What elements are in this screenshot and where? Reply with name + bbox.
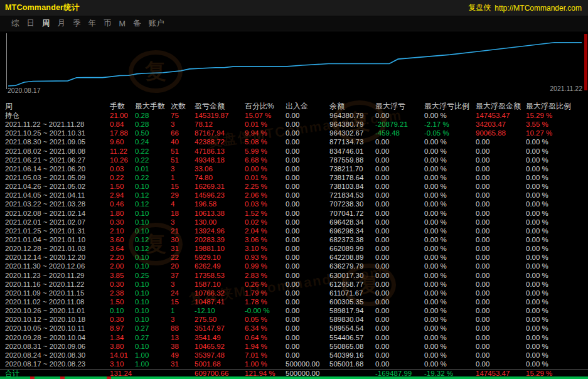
brand-url-link[interactable]: http://MTCommander.com (494, 4, 582, 13)
value-cell: 75 (171, 111, 195, 120)
value-cell: 18 (171, 209, 195, 218)
value-cell: 16269.31 (195, 182, 245, 191)
table-row[interactable]: 2020.11.16 ~ 2020.11.220.300.1031587.100… (0, 280, 588, 289)
table-row[interactable]: 2020.12.14 ~ 2020.12.202.200.10225929.10… (0, 253, 588, 262)
value-cell: 0.00 % (526, 342, 588, 351)
value-cell: 33.06 (195, 164, 245, 173)
table-row[interactable]: 2021.02.08 ~ 2021.02.141.800.101810613.3… (0, 209, 588, 218)
value-cell: 3.10 (110, 360, 135, 368)
value-cell: 3.06 % (245, 235, 286, 244)
menu-item-账户[interactable]: 账户 (148, 18, 164, 29)
value-cell: 0.00 % (526, 173, 588, 182)
value-cell: 0.00 (286, 306, 329, 315)
value-cell: 0.00 (286, 182, 329, 191)
period-cell: 2020.08.24 ~ 2020.08.30 (5, 351, 110, 360)
value-cell: 0.00 (286, 129, 329, 137)
value-cell: 0.00 (476, 137, 526, 146)
value-cell: -12.10 (195, 306, 245, 315)
value-cell: 0.22 (135, 173, 171, 182)
period-cell: 2020.09.28 ~ 2020.10.04 (5, 333, 110, 342)
table-row[interactable]: 2020.08.31 ~ 2020.09.063.800.103810465.9… (0, 342, 588, 351)
table-row[interactable]: 2021.08.02 ~ 2021.08.0811.220.225147186.… (0, 147, 588, 156)
value-cell: 0.00 (286, 156, 329, 164)
value-cell: 0.00 % (424, 244, 476, 253)
table-row[interactable]: 2021.03.22 ~ 2021.03.280.460.124196.580.… (0, 200, 588, 208)
value-cell: 0.00 (375, 218, 424, 227)
value-cell: 38 (171, 342, 195, 351)
table-row[interactable]: 2020.11.09 ~ 2020.11.152.380.102410766.3… (0, 289, 588, 297)
table-row[interactable]: 2021.08.30 ~ 2021.09.059.600.244042388.7… (0, 137, 588, 146)
period-cell: 2021.11.22 ~ 2021.11.28 (5, 120, 110, 129)
value-cell: 1.80 (110, 209, 135, 218)
table-row[interactable]: 2021.06.21 ~ 2021.06.2710.260.225149348.… (0, 156, 588, 164)
value-cell: 0.12 (135, 244, 171, 253)
value-cell: 0.00 (476, 271, 526, 280)
value-cell: 1587.10 (195, 280, 245, 289)
menu-item-备[interactable]: 备 (133, 18, 141, 29)
table-row[interactable]: 2020.08.17 ~ 2020.08.233.101.00315001.68… (0, 360, 588, 368)
value-cell: 9.94 % (245, 129, 286, 137)
value-cell: 74.80 (195, 173, 245, 182)
menu-item-综[interactable]: 综 (11, 18, 19, 29)
value-cell: -20879.21 (375, 120, 424, 129)
table-row[interactable]: 2020.11.30 ~ 2020.12.062.000.10206262.49… (0, 262, 588, 270)
value-cell: 0.28 (135, 111, 171, 120)
value-cell: 0.99 % (245, 262, 286, 270)
value-cell: 0.00 (286, 253, 329, 262)
column-header: 最大浮亏 (375, 102, 424, 111)
value-cell: 0.00 (476, 164, 526, 173)
table-row[interactable]: 持仓21.000.2875145319.8715.07 %0.00964380.… (0, 111, 588, 120)
table-body: 持仓21.000.2875145319.8715.07 %0.00964380.… (0, 111, 588, 369)
value-cell: 35147.97 (195, 324, 245, 333)
table-row[interactable]: 2020.08.24 ~ 2020.08.3014.011.004935397.… (0, 351, 588, 360)
table-row[interactable]: 2020.10.26 ~ 2020.11.010.100.101-12.10-0… (0, 306, 588, 315)
value-cell: 0.00 (375, 137, 424, 146)
table-row[interactable]: 2021.10.25 ~ 2021.10.3117.880.506687167.… (0, 129, 588, 137)
value-cell: 0.00 (375, 209, 424, 218)
equity-chart[interactable]: 2020.08.17 2021.11.22 (0, 31, 588, 94)
value-cell: 0.00 % (526, 137, 588, 146)
app-title: MTCommander统计 (5, 3, 80, 13)
table-row[interactable]: 2021.01.25 ~ 2021.01.312.100.102113924.9… (0, 227, 588, 235)
value-cell: 1.50 (110, 297, 135, 306)
table-row[interactable]: 2020.11.02 ~ 2020.11.081.500.101510487.4… (0, 297, 588, 306)
value-cell: 964380.79 (329, 120, 375, 129)
table-row[interactable]: 2021.04.05 ~ 2021.04.112.940.122914596.2… (0, 191, 588, 200)
table-row[interactable]: 2020.11.23 ~ 2020.11.293.850.253717358.5… (0, 271, 588, 280)
table-row[interactable]: 2020.10.12 ~ 2020.10.180.300.103275.500.… (0, 315, 588, 324)
value-cell: 0.00 % (424, 360, 476, 368)
chart-plot (6, 33, 583, 89)
column-header: 百分比% (245, 102, 286, 111)
value-cell: 10.27 % (526, 129, 588, 137)
table-row[interactable]: 2021.11.22 ~ 2021.11.280.840.28378.120.0… (0, 120, 588, 129)
table-row[interactable]: 2021.06.14 ~ 2021.06.200.030.01333.060.0… (0, 164, 588, 173)
value-cell: 6.34 % (245, 324, 286, 333)
table-row[interactable]: 2021.05.03 ~ 2021.05.090.220.22174.800.0… (0, 173, 588, 182)
table-row[interactable]: 2021.01.04 ~ 2021.01.103.600.123020283.3… (0, 235, 588, 244)
menu-item-日[interactable]: 日 (27, 18, 35, 29)
table-row[interactable]: 2021.04.26 ~ 2021.05.021.500.101516269.3… (0, 182, 588, 191)
table-row[interactable]: 2021.02.01 ~ 2021.02.070.300.103130.000.… (0, 218, 588, 227)
table-row[interactable]: 2020.09.28 ~ 2020.10.041.340.27133541.49… (0, 333, 588, 342)
menu-item-M[interactable]: M (119, 19, 126, 28)
menu-item-币[interactable]: 币 (104, 18, 112, 29)
value-cell: 3 (171, 218, 195, 227)
table-row[interactable]: 2020.10.05 ~ 2020.10.118.970.278835147.9… (0, 324, 588, 333)
menu-item-月[interactable]: 月 (58, 18, 66, 29)
menu-item-年[interactable]: 年 (88, 18, 97, 29)
menu-item-周[interactable]: 周 (42, 18, 50, 29)
chart-scrollbar[interactable] (584, 34, 587, 90)
menu-item-季[interactable]: 季 (73, 18, 81, 29)
value-cell: 0.00 (286, 297, 329, 306)
value-cell: -2.17 % (424, 120, 476, 129)
value-cell: 0.00 % (526, 182, 588, 191)
value-cell: 0.00 (286, 351, 329, 360)
value-cell: 15.07 % (245, 111, 286, 120)
value-cell: 738178.64 (329, 173, 375, 182)
value-cell: 0.10 (135, 342, 171, 351)
value-cell: 0.00 % (424, 218, 476, 227)
value-cell: 0.03 (110, 164, 135, 173)
value-cell: 1 (171, 306, 195, 315)
table-row[interactable]: 2020.12.28 ~ 2021.01.033.640.123119881.1… (0, 244, 588, 253)
value-cell: 0.00 % (424, 280, 476, 289)
